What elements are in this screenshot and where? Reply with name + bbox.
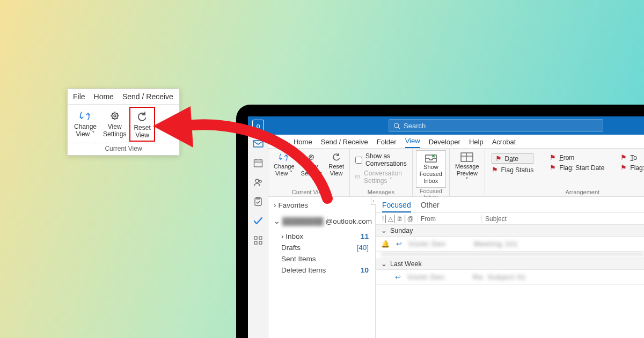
- rail-people-icon[interactable]: [252, 177, 264, 188]
- flag-icon: ⚑: [550, 153, 556, 161]
- account-header[interactable]: ⌄ ████████@outlook.com: [274, 217, 370, 225]
- change-view-button[interactable]: Change View ˅: [71, 107, 100, 142]
- chevron-down-icon: ⌄: [274, 217, 280, 225]
- flag-icon: ⚑: [492, 166, 498, 174]
- svg-rect-22: [259, 237, 262, 239]
- svg-point-0: [112, 113, 118, 119]
- svg-rect-23: [254, 241, 257, 244]
- show-as-conversations-checkbox[interactable]: Show as Conversations: [355, 152, 407, 167]
- mail-row[interactable]: 🔔 ↩ Violet Den Meeting 101: [376, 237, 644, 252]
- ribbon-group-current-view: Change View ˅ View Settings Reset View C…: [268, 149, 350, 196]
- change-view-icon: [78, 109, 92, 123]
- message-preview-icon: [460, 151, 474, 163]
- change-view-button[interactable]: Change View ˅: [272, 150, 297, 178]
- reset-icon: [136, 110, 149, 124]
- reminder-icon: 🔔: [381, 240, 390, 248]
- mail-row[interactable]: ↩ Violet Den Re: Subject 01: [376, 270, 644, 285]
- flag-icon: ⚑: [620, 164, 627, 172]
- column-headers[interactable]: !│△│🗎│@ From Subject: [376, 213, 644, 225]
- search-input[interactable]: Search: [389, 119, 603, 132]
- folder-inbox[interactable]: › Inbox11: [280, 231, 370, 242]
- rail-mail-icon[interactable]: [252, 138, 264, 150]
- menu-file[interactable]: File: [73, 92, 85, 101]
- svg-line-7: [117, 118, 118, 119]
- view-settings-button[interactable]: View Settings: [100, 107, 129, 142]
- tab-focused[interactable]: Focused: [382, 201, 411, 212]
- svg-point-25: [309, 155, 313, 159]
- flag-icon: ⚑: [495, 155, 502, 163]
- svg-rect-12: [253, 141, 263, 147]
- rail-more-icon[interactable]: [252, 234, 264, 246]
- collapse-folder-pane-button[interactable]: ‹: [371, 196, 376, 205]
- menu-home[interactable]: Home: [94, 92, 114, 101]
- arrange-by-to[interactable]: ⚑To: [620, 153, 644, 161]
- ribbon-callout: File Home Send / Receive Change View ˅ V…: [67, 89, 180, 156]
- group-last-week[interactable]: ⌄ Last Week: [376, 258, 644, 270]
- svg-point-17: [255, 179, 259, 182]
- col-from[interactable]: From: [418, 215, 482, 223]
- tab-developer[interactable]: Developer: [429, 138, 460, 148]
- laptop-frame: o Search File Home Send / Receive Folder…: [236, 105, 644, 338]
- change-view-icon: [278, 151, 290, 163]
- title-bar: o Search: [248, 116, 644, 135]
- message-preview-button[interactable]: Message Preview ˅: [453, 150, 481, 185]
- col-flags[interactable]: !│△│🗎│@: [379, 215, 418, 223]
- svg-line-6: [112, 113, 113, 114]
- arrange-by-from[interactable]: ⚑From: [550, 153, 604, 161]
- ribbon: Change View ˅ View Settings Reset View C…: [268, 149, 644, 197]
- tab-home[interactable]: Home: [294, 138, 312, 148]
- svg-line-9: [112, 118, 113, 119]
- folder-pane: › Favorites ⌄ ████████@outlook.com › Inb…: [268, 197, 376, 338]
- rail-tasks-icon[interactable]: [252, 196, 264, 208]
- favorites-header[interactable]: › Favorites: [274, 201, 370, 209]
- callout-menu: File Home Send / Receive: [68, 89, 179, 104]
- arrange-by-flag-start-date[interactable]: ⚑Flag: Start Date: [550, 164, 604, 172]
- reset-view-button-highlighted[interactable]: Reset View: [129, 107, 155, 142]
- tab-folder[interactable]: Folder: [377, 138, 397, 148]
- arrange-by-flag-status[interactable]: ⚑Flag Status: [492, 166, 534, 174]
- tab-send-receive[interactable]: Send / Receive: [321, 138, 368, 148]
- show-focused-inbox-button[interactable]: Show Focused Inbox: [416, 150, 446, 188]
- gear-icon: [306, 151, 317, 163]
- group-sunday[interactable]: ⌄ Sunday: [376, 225, 644, 237]
- flag-icon: ⚑: [620, 153, 627, 161]
- reply-icon: ↩: [396, 240, 402, 248]
- svg-rect-29: [461, 153, 473, 161]
- folder-drafts[interactable]: Drafts[40]: [280, 242, 370, 253]
- svg-rect-13: [254, 160, 262, 167]
- ribbon-group-layout: Message Preview ˅: [450, 149, 485, 196]
- svg-point-1: [114, 115, 116, 117]
- ribbon-tabs: File Home Send / Receive Folder View Dev…: [268, 135, 644, 149]
- callout-group-label: Current View: [68, 143, 179, 155]
- folder-deleted-items[interactable]: Deleted Items10: [280, 264, 370, 276]
- search-icon: [393, 122, 400, 129]
- view-settings-button[interactable]: View Settings: [299, 150, 325, 178]
- outlook-window: o Search File Home Send / Receive Folder…: [248, 116, 644, 338]
- svg-rect-24: [259, 241, 262, 244]
- outlook-logo-icon: o: [252, 120, 264, 131]
- menu-send-receive[interactable]: Send / Receive: [122, 92, 173, 101]
- col-subject[interactable]: Subject: [482, 215, 644, 223]
- reset-view-button[interactable]: Reset View: [326, 150, 346, 178]
- arrange-by-date[interactable]: ⚑Date: [492, 153, 534, 164]
- conversation-icon: [355, 173, 361, 181]
- focused-inbox-icon: [424, 153, 438, 164]
- ribbon-group-focused-inbox: Show Focused Inbox Focused Inbox: [413, 149, 450, 196]
- reply-icon: ↩: [395, 273, 401, 281]
- message-list-tabs: Focused Other: [376, 197, 644, 213]
- chevron-right-icon: ›: [274, 201, 276, 209]
- tab-help[interactable]: Help: [469, 138, 484, 148]
- tab-view[interactable]: View: [405, 137, 420, 148]
- tab-acrobat[interactable]: Acrobat: [492, 138, 516, 148]
- tab-other[interactable]: Other: [421, 201, 440, 212]
- conversation-settings-button: Conversation Settings ˅: [355, 170, 407, 185]
- chevron-down-icon: ⌄: [381, 260, 387, 268]
- svg-point-18: [259, 180, 261, 182]
- folder-sent-items[interactable]: Sent Items: [280, 253, 370, 264]
- rail-todo-icon[interactable]: [252, 215, 264, 227]
- tab-file[interactable]: File: [274, 138, 285, 148]
- svg-point-10: [394, 123, 399, 127]
- arrange-by-flag-due-date[interactable]: ⚑Flag: Due Date: [620, 164, 644, 172]
- rail-calendar-icon[interactable]: [252, 157, 264, 169]
- flag-icon: ⚑: [550, 164, 556, 172]
